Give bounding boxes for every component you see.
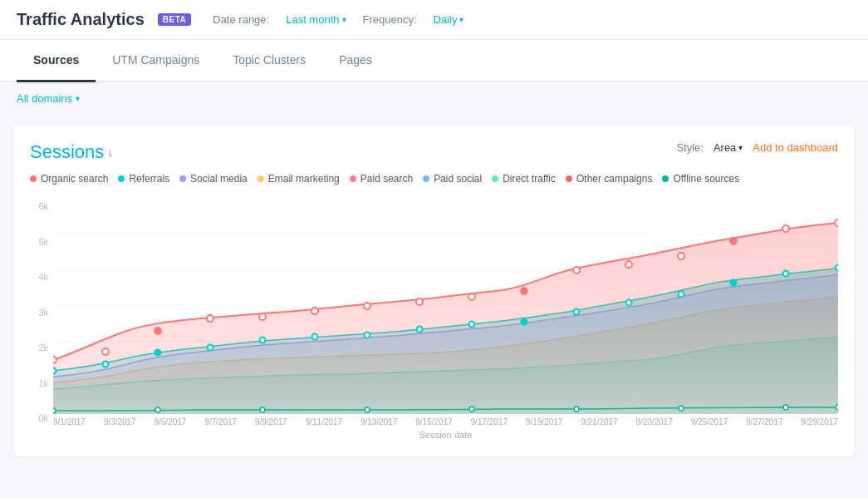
legend-dot-social <box>179 175 186 182</box>
dot-organic-4 <box>207 315 213 322</box>
dot-offline-8 <box>783 405 788 410</box>
chart-svg <box>53 198 838 414</box>
x-label-13: 9/25/2017 <box>691 417 728 427</box>
dot-ref-15 <box>783 271 789 277</box>
dot-ref-6 <box>312 334 318 340</box>
tab-pages[interactable]: Pages <box>322 40 389 82</box>
legend-dot-email <box>257 175 264 182</box>
dot-organic-11 <box>573 267 580 274</box>
dot-organic-12 <box>625 261 632 268</box>
dot-ref-8 <box>417 327 423 333</box>
style-selector[interactable]: Area <box>714 141 743 154</box>
y-label-5k: 5k <box>30 237 48 247</box>
dot-offline-9 <box>836 405 838 410</box>
legend-other-campaigns: Other campaigns <box>566 173 652 185</box>
legend-dot-other <box>566 175 572 182</box>
dot-offline-7 <box>679 406 684 411</box>
dot-organic-9 <box>468 293 475 300</box>
dot-organic-2 <box>102 348 109 355</box>
x-label-12: 9/23/2017 <box>635 417 673 427</box>
tab-topic-clusters[interactable]: Topic Clusters <box>216 40 322 82</box>
x-label-3: 9/5/2017 <box>154 417 186 427</box>
tab-utm-campaigns[interactable]: UTM Campaigns <box>96 40 216 82</box>
legend-organic-search: Organic search <box>30 173 108 185</box>
domain-filter[interactable]: All domains <box>17 92 80 105</box>
frequency-selector[interactable]: Daily <box>434 13 464 26</box>
legend-social-media: Social media <box>179 173 248 185</box>
filter-bar: All domains <box>0 82 868 115</box>
y-label-6k: 6k <box>30 201 48 211</box>
legend-dot-organic <box>30 175 37 182</box>
page-header: Traffic Analytics BETA Date range: Last … <box>0 0 868 40</box>
tab-sources[interactable]: Sources <box>17 40 96 82</box>
dot-offline-5 <box>469 407 474 412</box>
dot-organic-16 <box>835 219 838 226</box>
dot-organic-15 <box>782 225 789 232</box>
add-dashboard-button[interactable]: Add to dashboard <box>753 141 838 154</box>
chart-title: Sessions ↓ <box>30 141 113 163</box>
dot-ref-16 <box>836 265 838 271</box>
tab-bar: Sources UTM Campaigns Topic Clusters Pag… <box>0 40 868 82</box>
frequency-label: Frequency: <box>363 13 417 26</box>
chart-controls: Style: Area Add to dashboard <box>676 141 838 154</box>
y-label-0k: 0k <box>30 413 48 423</box>
legend-paid-search: Paid search <box>350 173 413 185</box>
chart-header: Sessions ↓ Style: Area Add to dashboard <box>30 141 838 163</box>
dot-offline-4 <box>365 407 370 412</box>
dot-organic-1 <box>53 357 56 363</box>
dot-offline-6 <box>574 407 579 412</box>
dot-organic-6 <box>311 308 318 314</box>
dot-organic-5 <box>259 313 266 320</box>
x-label-5: 9/9/2017 <box>255 417 287 427</box>
chart-body: 6k 5k 4k 3k 2k 1k 0k <box>30 198 838 440</box>
dot-ref-7 <box>365 333 370 338</box>
legend-direct-traffic: Direct traffic <box>492 173 556 185</box>
x-label-7: 9/13/2017 <box>360 417 398 427</box>
date-range-label: Date range: <box>213 13 269 26</box>
dot-offline-1 <box>53 408 56 413</box>
dot-ref-9 <box>469 322 475 328</box>
dot-organic-13 <box>678 253 684 259</box>
dot-ref-5 <box>260 338 266 343</box>
legend-dot-paid-social <box>423 175 429 182</box>
dot-ref-13 <box>679 292 684 298</box>
dot-organic-14 <box>730 238 737 244</box>
legend-referrals: Referrals <box>118 173 169 185</box>
dot-ref-2 <box>103 362 109 367</box>
header-controls: Date range: Last month Frequency: Daily <box>213 13 463 26</box>
legend-paid-social: Paid social <box>423 173 482 185</box>
dot-ref-12 <box>626 300 632 306</box>
area-organic <box>53 223 838 414</box>
beta-badge: BETA <box>158 13 191 26</box>
dot-organic-10 <box>521 288 527 294</box>
dot-ref-3 <box>155 350 161 356</box>
chart-legend: Organic search Referrals Social media Em… <box>30 173 838 185</box>
legend-dot-referrals <box>118 175 125 182</box>
dot-organic-8 <box>416 298 423 305</box>
date-range-selector[interactable]: Last month <box>286 13 346 26</box>
style-label: Style: <box>676 141 704 154</box>
page-title: Traffic Analytics <box>17 10 145 29</box>
legend-dot-offline <box>662 175 669 182</box>
chart-title-arrow[interactable]: ↓ <box>107 145 113 159</box>
legend-email-marketing: Email marketing <box>257 173 340 185</box>
y-label-2k: 2k <box>30 343 48 353</box>
x-axis-title: Session date <box>53 430 838 440</box>
x-axis-labels: 9/1/2017 9/3/2017 9/5/2017 9/7/2017 9/9/… <box>53 416 838 427</box>
x-label-9: 9/17/2017 <box>471 417 508 427</box>
legend-offline-sources: Offline sources <box>662 173 739 185</box>
x-label-2: 9/3/2017 <box>104 417 136 427</box>
chart-svg-container: 9/1/2017 9/3/2017 9/5/2017 9/7/2017 9/9/… <box>53 198 838 440</box>
dot-ref-14 <box>731 280 737 286</box>
legend-dot-direct <box>492 175 498 182</box>
legend-dot-paid-search <box>350 175 356 182</box>
y-label-1k: 1k <box>30 378 48 388</box>
dot-ref-10 <box>522 319 527 325</box>
dot-organic-7 <box>364 303 370 309</box>
x-label-11: 9/21/2017 <box>581 417 618 427</box>
y-label-3k: 3k <box>30 308 48 318</box>
dot-ref-4 <box>208 345 213 351</box>
chart-container: Sessions ↓ Style: Area Add to dashboard … <box>13 125 855 456</box>
x-label-14: 9/27/2017 <box>746 417 783 427</box>
y-label-4k: 4k <box>30 272 48 282</box>
